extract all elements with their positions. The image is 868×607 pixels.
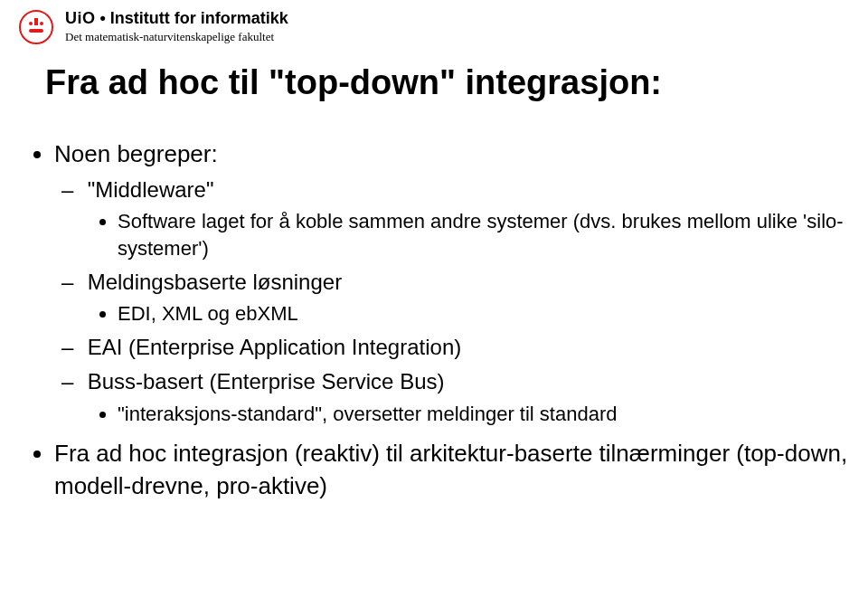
list-item: EDI, XML og ebXML (118, 300, 850, 327)
bullet-list-level2: "Middleware" Software laget for å koble … (54, 175, 850, 427)
svg-point-2 (40, 22, 43, 25)
bullet-text: Meldingsbaserte løsninger (88, 270, 342, 294)
bullet-text: Noen begreper: (54, 140, 218, 167)
bullet-list-level3: EDI, XML og ebXML (81, 300, 850, 327)
list-item: EAI (Enterprise Application Integration) (81, 333, 850, 362)
list-item: "interaksjons-standard", oversetter meld… (118, 401, 850, 428)
list-item: Meldingsbaserte løsninger EDI, XML og eb… (81, 268, 850, 327)
bullet-list-level1: Noen begreper: "Middleware" Software lag… (27, 138, 850, 502)
faculty-line: Det matematisk-naturvitenskapelige fakul… (65, 30, 288, 44)
bullet-text: EAI (Enterprise Application Integration) (88, 335, 462, 359)
list-item: Noen begreper: "Middleware" Software lag… (54, 138, 850, 427)
org-abbrev: UiO (65, 9, 96, 27)
svg-rect-4 (34, 18, 38, 25)
bullet-list-level3: Software laget for å koble sammen andre … (81, 208, 850, 261)
uio-seal-icon (18, 9, 54, 45)
svg-point-0 (20, 11, 52, 43)
header-text-block: UiO • Institutt for informatikk Det mate… (65, 9, 288, 44)
list-item: Fra ad hoc integrasjon (reaktiv) til ark… (54, 438, 850, 501)
svg-rect-3 (29, 29, 43, 33)
bullet-text: EDI, XML og ebXML (118, 302, 298, 325)
bullet-list-level3: "interaksjons-standard", oversetter meld… (81, 401, 850, 428)
list-item: Buss-basert (Enterprise Service Bus) "in… (81, 367, 850, 427)
bullet-text: "Middleware" (88, 177, 214, 202)
list-item: Software laget for å koble sammen andre … (118, 208, 850, 261)
institute-name: Institutt for informatikk (110, 9, 288, 27)
institute-line: UiO • Institutt for informatikk (65, 10, 288, 28)
slide-header: UiO • Institutt for informatikk Det mate… (18, 9, 850, 45)
svg-point-1 (29, 22, 33, 25)
bullet-text: "interaksjons-standard", oversetter meld… (118, 403, 617, 425)
list-item: "Middleware" Software laget for å koble … (81, 175, 850, 262)
separator-icon: • (100, 9, 110, 27)
slide-title: Fra ad hoc til "top-down" integrasjon: (45, 63, 850, 102)
bullet-text: Fra ad hoc integrasjon (reaktiv) til ark… (54, 440, 847, 498)
bullet-text: Buss-basert (Enterprise Service Bus) (88, 369, 445, 394)
bullet-text: Software laget for å koble sammen andre … (118, 210, 844, 260)
